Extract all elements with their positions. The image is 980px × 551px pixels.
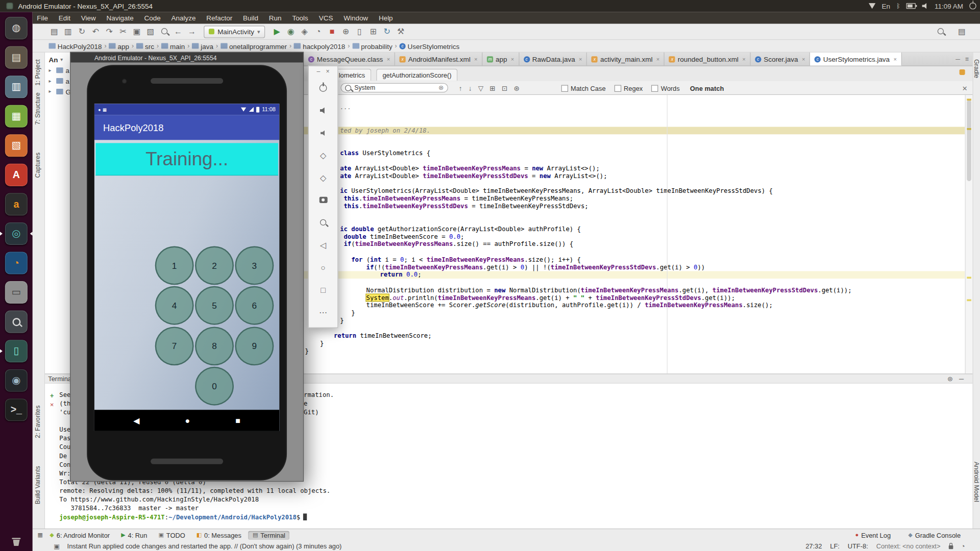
undo-icon[interactable]: ↶ (89, 28, 103, 36)
coverage-icon[interactable]: ◈ (298, 28, 311, 36)
zoom-icon[interactable] (309, 211, 337, 234)
copy-icon[interactable]: ▣ (130, 28, 144, 36)
project-view-selector[interactable]: An (49, 56, 58, 64)
keypad-button-2[interactable]: 2 (195, 246, 234, 285)
keyboard-indicator[interactable]: En (882, 2, 890, 10)
checkbox-icon[interactable] (615, 85, 621, 91)
toolwindow-grid-icon[interactable]: ▦ (37, 532, 42, 538)
debug-icon[interactable]: ◉ (284, 28, 298, 36)
breadcrumb-src[interactable]: src (136, 42, 154, 50)
next-match-icon[interactable]: ↓ (469, 84, 472, 92)
hide-icon[interactable]: ─ (959, 375, 964, 383)
close-tab-icon[interactable]: × (579, 56, 582, 62)
terminal-plus-icon[interactable]: + (50, 392, 54, 399)
breadcrumb-app[interactable]: app (109, 42, 129, 50)
launcher-dash-home[interactable]: ◍ (5, 17, 28, 39)
toolwindow-tab-0-messages[interactable]: ◧0: Messages (192, 531, 246, 539)
menu-code[interactable]: Code (144, 14, 161, 22)
close-tab-icon[interactable]: × (893, 56, 896, 62)
launcher-printers[interactable]: ▭ (5, 281, 28, 304)
close-tab-icon[interactable]: × (387, 56, 390, 62)
add-selection-icon[interactable]: ⊞ (489, 84, 495, 92)
tab-activity-main-xml[interactable]: xactivity_main.xml× (587, 53, 665, 66)
menu-build[interactable]: Build (243, 14, 258, 22)
launcher-amazon[interactable]: a (5, 193, 28, 215)
keypad-button-4[interactable]: 4 (155, 286, 194, 325)
tab-app[interactable]: mapp× (482, 53, 519, 66)
avd-manager-icon[interactable]: ▯ (353, 28, 366, 36)
breadcrumb-hackpoly2018[interactable]: HackPoly2018 (49, 42, 102, 50)
hector-icon[interactable]: ◔ (961, 542, 965, 550)
clear-search-icon[interactable]: ⊗ (438, 84, 444, 91)
launcher-firefox[interactable]: ◔ (5, 252, 28, 274)
terminal-cursor[interactable] (303, 514, 307, 520)
keypad-button-1[interactable]: 1 (155, 246, 194, 285)
menu-tools[interactable]: Tools (292, 14, 308, 22)
launcher-libreoffice-calc[interactable]: ▦ (5, 105, 28, 128)
run-icon[interactable]: ▶ (270, 28, 284, 36)
launcher-terminal[interactable]: >_ (5, 398, 28, 421)
tab-messagequeue-class[interactable]: cMessageQueue.class× (304, 53, 395, 66)
toolstrip-build-variants[interactable]: Build Variants (34, 466, 41, 504)
power-icon[interactable] (969, 3, 976, 9)
toolstrip-android-model[interactable]: Android Model (973, 462, 980, 502)
option-words[interactable]: Words (651, 84, 679, 92)
menu-run[interactable]: Run (269, 14, 282, 22)
launcher-libreoffice-impress[interactable]: ▧ (5, 134, 28, 157)
toolstrip-captures[interactable]: Captures (34, 153, 41, 178)
save-all-icon[interactable]: ▥ (61, 28, 75, 36)
more-icon[interactable]: ⋯ (309, 301, 337, 323)
prev-match-icon[interactable]: ↑ (459, 84, 462, 92)
find-icon[interactable] (158, 28, 172, 36)
filter-icon[interactable]: ▽ (478, 84, 483, 92)
breadcrumb-probability[interactable]: probability (352, 42, 393, 50)
stripe-mark[interactable] (967, 128, 971, 130)
emulator-window[interactable]: Android Emulator - Nexus_5X_API_26:5554 … (70, 52, 304, 482)
close-tab-icon[interactable]: × (656, 56, 659, 62)
gradle-sync-icon[interactable]: ↻ (380, 28, 394, 36)
checkbox-icon[interactable] (651, 85, 658, 91)
tab-rawdata-java[interactable]: cRawData.java× (519, 53, 587, 66)
sync-icon[interactable]: ↻ (75, 28, 89, 36)
structure-view-icon[interactable]: ▤ (955, 28, 969, 36)
keypad-button-9[interactable]: 9 (235, 327, 274, 365)
stripe-mark[interactable] (967, 299, 971, 302)
breadcrumb-hackpoly2018[interactable]: hackpoly2018 (294, 42, 345, 50)
inspection-indicator[interactable] (960, 69, 965, 75)
stripe-mark[interactable] (967, 98, 971, 101)
toolstrip-1-project[interactable]: 1: Project (34, 59, 41, 86)
keypad-button-5[interactable]: 5 (195, 286, 234, 325)
tab-list-icon[interactable]: ≡ (965, 56, 969, 62)
expand-icon[interactable]: ▸ (49, 67, 54, 73)
expand-icon[interactable]: ▸ (49, 78, 54, 84)
breadcrumb-java[interactable]: java (192, 42, 213, 50)
menu-analyze[interactable]: Analyze (172, 14, 196, 22)
clock[interactable]: 11:09 AM (935, 2, 963, 10)
launcher-files[interactable]: ▤ (5, 46, 28, 69)
caret-position[interactable]: 27:32 (805, 542, 822, 550)
launcher-android-studio[interactable]: ◎ (5, 222, 28, 245)
rotate-right-icon[interactable]: ◇ (309, 166, 337, 189)
back-icon[interactable]: ← (172, 28, 185, 36)
minimize-icon[interactable]: – (317, 68, 321, 74)
keypad-button-7[interactable]: 7 (155, 327, 194, 365)
build-icon[interactable]: ⚒ (394, 28, 408, 36)
attach-debugger-icon[interactable]: ⊕ (339, 28, 353, 36)
volume-icon[interactable] (922, 3, 928, 9)
option-match-case[interactable]: Match Case (561, 84, 606, 92)
tab-androidmanifest-xml[interactable]: xAndroidManifest.xml× (395, 53, 482, 66)
cut-icon[interactable]: ✂ (116, 28, 130, 36)
toolwindow-tab-event-log[interactable]: ●Event Log (851, 531, 895, 539)
screenshot-icon[interactable] (309, 189, 337, 211)
close-icon[interactable]: × (326, 68, 329, 74)
battery-icon[interactable] (906, 3, 916, 9)
volume-down-icon[interactable] (309, 122, 337, 144)
toolstrip-7-structure[interactable]: 7: Structure (34, 92, 41, 124)
menu-vcs[interactable]: VCS (319, 14, 333, 22)
terminal-close-icon[interactable]: ✕ (50, 401, 54, 408)
rotate-left-icon[interactable]: ◇ (309, 144, 337, 167)
breadcrumb-main[interactable]: main (161, 42, 185, 50)
launcher-screenshot-tool[interactable] (5, 311, 28, 333)
launcher-libreoffice-writer[interactable]: ▥ (5, 76, 28, 98)
nav-home-icon[interactable]: ● (185, 416, 190, 424)
